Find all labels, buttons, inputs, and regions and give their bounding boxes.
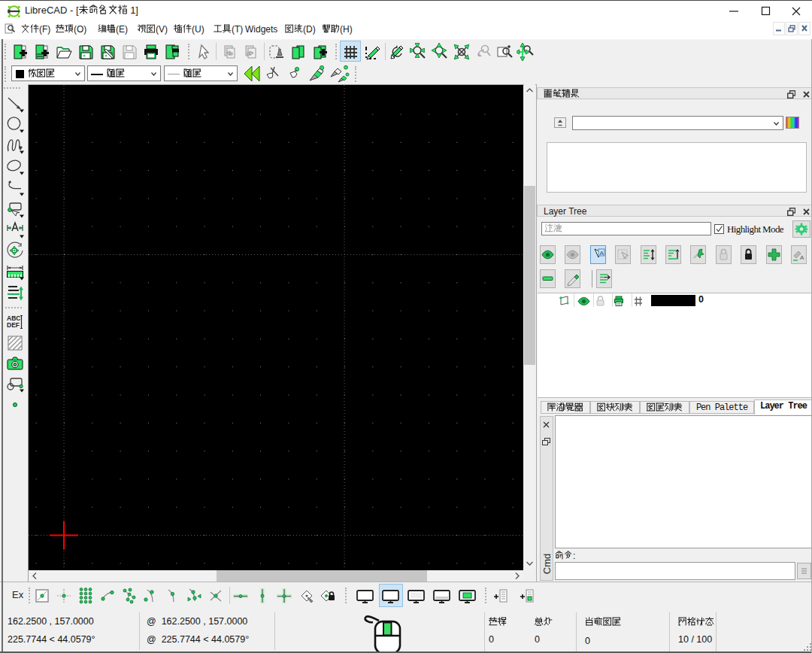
svg-text:A: A	[800, 254, 804, 261]
svg-text:DEF: DEF	[7, 321, 20, 329]
svg-text:A: A	[599, 250, 604, 257]
